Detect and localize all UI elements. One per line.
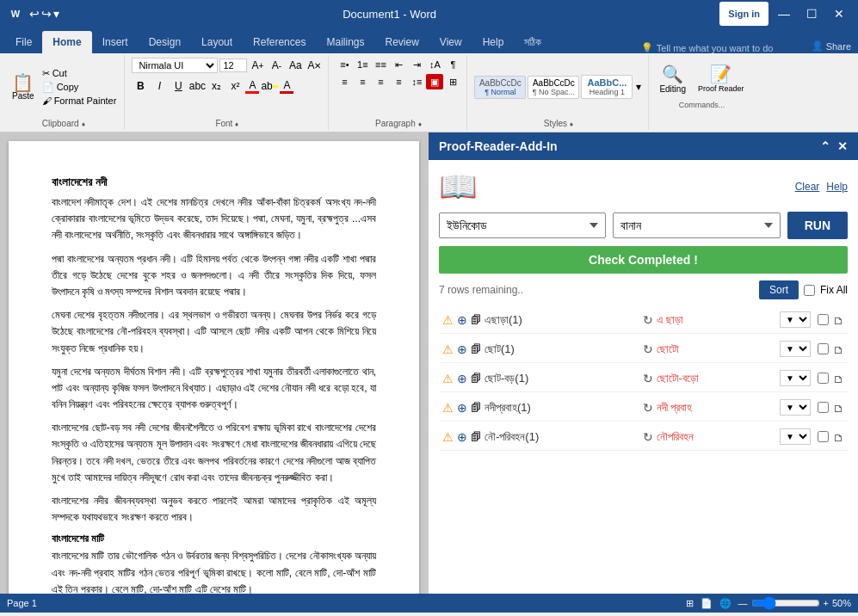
style-normal-button[interactable]: AaBbCcDc ¶ Normal xyxy=(474,76,526,99)
plus-icon-5[interactable]: ⊕ xyxy=(457,430,467,444)
cut-button[interactable]: ✂ Cut xyxy=(40,67,120,80)
paste-button[interactable]: 📋 Paste xyxy=(9,72,38,102)
issue-checkbox-4[interactable] xyxy=(818,402,829,413)
copy-button[interactable]: 📄 Copy xyxy=(40,81,120,94)
numbering-button[interactable]: 1≡ xyxy=(354,57,371,72)
style-heading1-button[interactable]: AaBbC... Heading 1 xyxy=(581,75,633,99)
italic-button[interactable]: I xyxy=(151,77,168,95)
font-case-button[interactable]: Aa xyxy=(287,57,304,74)
font-decrease-button[interactable]: A- xyxy=(268,57,285,74)
tab-layout[interactable]: Layout xyxy=(191,31,243,53)
tab-references[interactable]: References xyxy=(243,31,316,53)
plus-icon-1[interactable]: ⊕ xyxy=(457,313,467,327)
view-icon-read[interactable]: 📄 xyxy=(701,598,713,609)
align-right-button[interactable]: ≡ xyxy=(372,74,389,89)
clipboard-expand-icon[interactable]: ⬧ xyxy=(81,119,86,128)
refresh-icon-4[interactable]: ↻ xyxy=(643,401,653,415)
multilevel-button[interactable]: ≡≡ xyxy=(372,57,389,72)
issue-checkbox-5[interactable] xyxy=(818,431,829,442)
style-no-spacing-button[interactable]: AaBbCcDc ¶ No Spac... xyxy=(528,76,579,99)
document-area[interactable]: বাংলাদেশের নদী বাংলাদেশ নদীমাতৃক দেশ। এই… xyxy=(0,132,428,594)
font-size-input[interactable] xyxy=(219,59,247,72)
strikethrough-button[interactable]: abc xyxy=(188,77,206,95)
zoom-in-button[interactable]: + xyxy=(824,598,829,608)
issue-checkbox-3[interactable] xyxy=(818,373,829,384)
copy-icon-3[interactable]: 🗅 xyxy=(832,372,844,385)
sort-button[interactable]: ↕A xyxy=(426,57,443,72)
proof-reader-button[interactable]: 📝 Proof Reader xyxy=(694,60,748,97)
issue-dropdown-4[interactable]: ▼ xyxy=(780,399,811,416)
decrease-indent-button[interactable]: ⇤ xyxy=(390,57,407,72)
refresh-icon-3[interactable]: ↻ xyxy=(643,372,653,385)
copy-icon-2[interactable]: 🗅 xyxy=(832,342,844,356)
underline-button[interactable]: U xyxy=(170,77,187,95)
tab-mailings[interactable]: Mailings xyxy=(316,31,374,53)
subscript-button[interactable]: x₂ xyxy=(207,77,225,95)
minimize-button[interactable]: — xyxy=(772,2,796,26)
issue-checkbox-2[interactable] xyxy=(818,343,829,354)
sort-button[interactable]: Sort xyxy=(759,280,799,299)
copy-icon-1[interactable]: 🗅 xyxy=(832,313,844,327)
font-color-button[interactable]: A xyxy=(245,79,259,94)
panel-close-button[interactable]: ✕ xyxy=(837,139,848,153)
bullets-button[interactable]: ≡• xyxy=(336,57,353,72)
redo-btn[interactable]: ↪ xyxy=(41,7,52,21)
tell-me-input[interactable] xyxy=(657,43,794,53)
format-painter-button[interactable]: 🖌 Format Painter xyxy=(40,95,120,107)
paragraph-expand-icon[interactable]: ⬧ xyxy=(417,119,423,128)
align-left-button[interactable]: ≡ xyxy=(336,74,353,89)
refresh-icon-2[interactable]: ↻ xyxy=(643,342,653,356)
clear-formatting-button[interactable]: A✕ xyxy=(306,57,323,74)
undo-btn[interactable]: ↩ xyxy=(29,7,40,21)
signin-button[interactable]: Sign in xyxy=(719,2,768,26)
plus-icon-4[interactable]: ⊕ xyxy=(457,401,467,415)
banan-select[interactable]: বানান xyxy=(613,213,780,238)
tab-help[interactable]: Help xyxy=(472,31,515,53)
superscript-button[interactable]: x² xyxy=(226,77,244,95)
tab-sothik[interactable]: সঠিক xyxy=(514,31,552,53)
panel-collapse-button[interactable]: ⌃ xyxy=(820,139,830,153)
zoom-level[interactable]: 50% xyxy=(832,598,851,608)
issue-dropdown-1[interactable]: ▼ xyxy=(780,311,811,328)
issue-dropdown-2[interactable]: ▼ xyxy=(780,341,811,357)
refresh-icon-1[interactable]: ↻ xyxy=(643,313,653,327)
share-button[interactable]: 👤 Share xyxy=(805,39,858,53)
justify-button[interactable]: ≡ xyxy=(390,74,407,89)
shading-button[interactable]: A xyxy=(280,79,293,94)
refresh-icon-5[interactable]: ↻ xyxy=(643,430,653,444)
styles-expand-arrow[interactable]: ▾ xyxy=(634,81,643,93)
run-button[interactable]: RUN xyxy=(787,212,848,239)
view-icon-print[interactable]: ⊞ xyxy=(686,598,694,609)
increase-indent-button[interactable]: ⇥ xyxy=(408,57,425,72)
issue-dropdown-3[interactable]: ▼ xyxy=(780,370,811,386)
zoom-slider[interactable] xyxy=(751,596,820,610)
tab-design[interactable]: Design xyxy=(139,31,191,53)
issue-checkbox-1[interactable] xyxy=(818,314,829,325)
editing-button[interactable]: 🔍 Editing xyxy=(656,60,689,97)
zoom-out-button[interactable]: — xyxy=(738,598,748,608)
font-name-select[interactable]: Nirmala UI xyxy=(132,58,218,73)
plus-icon-3[interactable]: ⊕ xyxy=(457,372,467,385)
shading-para-button[interactable]: ▣ xyxy=(426,74,443,89)
bold-button[interactable]: B xyxy=(132,77,149,95)
tab-view[interactable]: View xyxy=(429,31,472,53)
line-spacing-button[interactable]: ↕≡ xyxy=(408,74,425,89)
plus-icon-2[interactable]: ⊕ xyxy=(457,342,467,356)
copy-icon-5[interactable]: 🗅 xyxy=(832,430,844,444)
maximize-button[interactable]: ☐ xyxy=(799,2,824,26)
issue-dropdown-5[interactable]: ▼ xyxy=(780,428,811,445)
close-button[interactable]: ✕ xyxy=(827,2,851,26)
borders-button[interactable]: ⊞ xyxy=(444,74,461,89)
view-icon-web[interactable]: 🌐 xyxy=(719,598,731,609)
unicode-select[interactable]: ইউনিকোড xyxy=(439,213,606,238)
fix-all-checkbox[interactable] xyxy=(804,285,815,296)
tab-file[interactable]: File xyxy=(5,31,42,53)
quick-access-dropdown[interactable]: ▾ xyxy=(53,7,59,21)
font-expand-icon[interactable]: ⬧ xyxy=(234,119,239,128)
styles-expand-icon[interactable]: ⬧ xyxy=(569,119,574,128)
show-marks-button[interactable]: ¶ xyxy=(444,57,461,72)
tab-home[interactable]: Home xyxy=(42,31,91,53)
align-center-button[interactable]: ≡ xyxy=(354,74,371,89)
clear-link[interactable]: Clear xyxy=(795,181,820,193)
copy-icon-4[interactable]: 🗅 xyxy=(832,401,844,415)
